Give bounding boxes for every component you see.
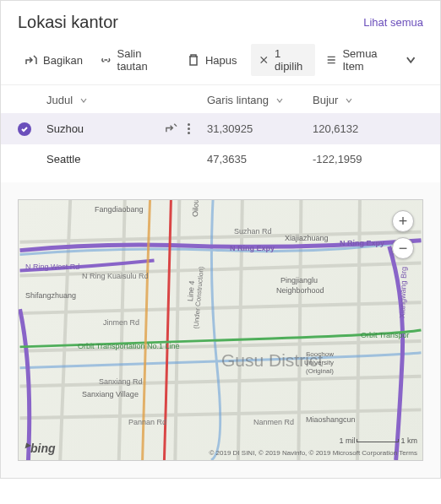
row-title: Seattle — [46, 153, 80, 165]
chevron-down-icon — [275, 96, 284, 105]
page-title: Lokasi kantor — [18, 13, 118, 32]
map-canvas[interactable]: Fangdiaobang Oilou Suzhan Rd Xiajiazhuan… — [18, 199, 423, 461]
col-header-lon[interactable]: Bujur — [313, 94, 423, 106]
view-label: Semua Item — [342, 47, 395, 73]
row-lat: 47,3635 — [207, 153, 313, 165]
map-label: Orbit Transportation No.1 Line — [78, 342, 180, 350]
row-title: Suzhou — [46, 122, 84, 135]
chevron-down-icon — [345, 96, 353, 105]
close-icon — [258, 53, 270, 67]
list-icon — [325, 53, 337, 67]
table-row[interactable]: Seattle 47,3635 -122,1959 — [1, 144, 440, 174]
col-header-lat[interactable]: Garis lintang — [207, 94, 313, 106]
col-header-title[interactable]: Judul — [46, 94, 207, 106]
map-label: Fangdiaobang — [95, 205, 144, 214]
map-label: N Ring Expy — [230, 244, 275, 252]
map-label: Orbit Transpor — [361, 331, 410, 339]
selection-count[interactable]: 1 dipilih — [251, 44, 315, 76]
map-label: Oilou — [191, 199, 200, 217]
zoom-in-button[interactable]: + — [392, 210, 414, 232]
chevron-down-icon — [405, 53, 416, 67]
map-label: N Ring Expy — [340, 239, 384, 247]
map-label: Pingjianglu — [280, 276, 318, 285]
link-icon — [100, 53, 112, 67]
map-label: Sanxiang Rd — [99, 377, 143, 386]
delete-button[interactable]: Hapus — [180, 50, 244, 70]
map-label: Suzhan Rd — [234, 227, 272, 236]
chevron-down-icon — [79, 96, 88, 105]
view-switcher[interactable]: Semua Item — [318, 44, 423, 76]
map-label: Sanxiang Village — [82, 390, 139, 398]
map-district-label: Gusu District — [221, 350, 323, 371]
row-lat: 31,30925 — [207, 122, 313, 135]
share-button[interactable]: Bagikan — [18, 50, 90, 70]
delete-label: Hapus — [205, 54, 237, 67]
check-icon — [18, 122, 31, 136]
row-lon: 120,6132 — [313, 122, 423, 135]
toolbar: Bagikan Salin tautan Hapus 1 dipilih Sem… — [1, 39, 440, 85]
map-label: N Ring Kuaisulu Rd — [82, 272, 149, 280]
bing-logo: ▶bing — [25, 442, 56, 455]
map-label: Nanmen Rd — [253, 418, 294, 426]
copy-link-button[interactable]: Salin tautan — [93, 44, 177, 76]
map-label: Shifangzhuang — [25, 291, 76, 300]
row-selector[interactable] — [18, 122, 46, 136]
map-label: Pannan Rd — [128, 418, 166, 426]
table-header: Judul Garis lintang Bujur — [1, 85, 440, 113]
map-label: Xiangwang Brg — [398, 267, 408, 318]
map-label: Neighborhood — [276, 286, 324, 295]
map-scale: 1 mil1 km — [339, 436, 417, 445]
map-label: Jinmen Rd — [103, 318, 139, 327]
share-label: Bagikan — [43, 54, 83, 67]
see-all-link[interactable]: Lihat semua — [363, 16, 423, 29]
trash-icon — [187, 53, 200, 67]
share-icon — [24, 53, 38, 67]
share-row-icon[interactable] — [165, 122, 177, 134]
zoom-out-button[interactable]: − — [392, 237, 414, 259]
map-copyright: © 2019 DI SINI, © 2019 Navinfo, © 2019 M… — [209, 449, 417, 457]
map-label: N Ring West Rd — [25, 263, 79, 271]
map-label: Xiajiazhuang — [285, 234, 329, 242]
row-lon: -122,1959 — [313, 153, 423, 165]
more-actions-icon[interactable] — [186, 122, 192, 136]
map-label: Miaoshangcun — [306, 415, 356, 424]
selection-label: 1 dipilih — [275, 47, 308, 73]
copy-link-label: Salin tautan — [117, 47, 170, 73]
table-row[interactable]: Suzhou 31,30925 120,6132 — [1, 113, 440, 144]
